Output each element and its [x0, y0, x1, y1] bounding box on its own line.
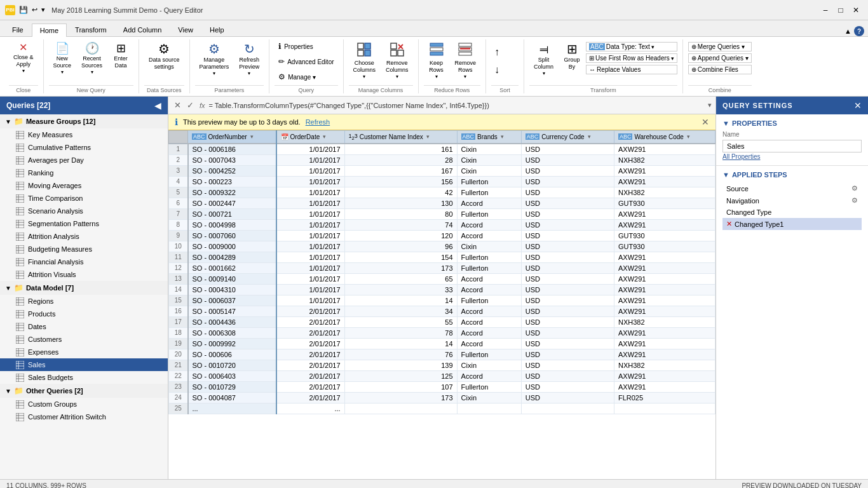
advanced-editor-button[interactable]: ✏ Advanced Editor — [275, 55, 337, 69]
sidebar-item-scenario-analysis[interactable]: Scenario Analysis — [0, 205, 168, 217]
manage-parameters-button[interactable]: ⚙ ManageParameters ▾ — [195, 39, 234, 79]
step-changed-type[interactable]: Changed Type — [722, 207, 862, 218]
sidebar-item-regions[interactable]: Regions — [0, 295, 168, 308]
properties-section-header[interactable]: ▼ PROPERTIES — [722, 119, 862, 127]
sort-desc-button[interactable]: ↓ — [491, 62, 503, 78]
col-header-customer-name-index[interactable]: 123 Customer Name Index ▾ — [344, 131, 457, 144]
tab-add-column[interactable]: Add Column — [115, 23, 170, 36]
dropdown-icon[interactable]: ▾ — [41, 6, 45, 14]
sort-group-label: Sort — [491, 85, 519, 93]
query-name-input[interactable] — [722, 140, 862, 152]
sidebar-item-attrition-visuals[interactable]: Attrition Visuals — [0, 268, 168, 281]
customer-name-index-filter-icon[interactable]: ▾ — [426, 133, 430, 140]
sidebar-item-sales[interactable]: Sales — [0, 358, 168, 371]
svg-rect-7 — [391, 50, 397, 56]
col-header-order-number[interactable]: ABC OrderNumber ▾ — [188, 131, 276, 144]
data-type-dropdown[interactable]: ABC Data Type: Text ▾ — [586, 42, 677, 51]
order-number-cell: SO - 000223 — [188, 176, 276, 187]
step-navigation-gear[interactable]: ⚙ — [851, 196, 858, 205]
sidebar-item-sales-budgets[interactable]: Sales Budgets — [0, 371, 168, 384]
first-row-headers-dropdown[interactable]: ⊞ Use First Row as Headers ▾ — [586, 53, 677, 63]
applied-steps-section-header[interactable]: ▼ APPLIED STEPS — [722, 171, 862, 179]
recent-sources-button[interactable]: 🕐 RecentSources ▾ — [77, 39, 107, 78]
formula-input[interactable] — [209, 102, 704, 109]
minimize-button[interactable]: – — [818, 3, 832, 17]
tab-view[interactable]: View — [170, 23, 201, 36]
combine-files-button[interactable]: ⊕ Combine Files — [688, 65, 752, 74]
data-table-container[interactable]: ABC OrderNumber ▾ 📅 OrderDate ▾ — [168, 130, 715, 479]
data-source-settings-button[interactable]: ⚙ Data sourcesettings — [144, 39, 184, 74]
col-header-order-date[interactable]: 📅 OrderDate ▾ — [276, 131, 345, 144]
tab-help[interactable]: Help — [201, 23, 233, 36]
enter-data-button[interactable]: ⊞ EnterData — [108, 39, 133, 72]
recent-sources-icon: 🕐 — [85, 43, 99, 54]
col-header-brands[interactable]: ABC Brands ▾ — [457, 131, 521, 144]
formula-confirm-button[interactable]: ✓ — [185, 100, 196, 111]
new-source-button[interactable]: 📄 NewSource ▾ — [49, 39, 76, 78]
close-button[interactable]: ✕ — [849, 3, 863, 17]
all-properties-link[interactable]: All Properties — [722, 153, 760, 160]
tab-home[interactable]: Home — [32, 24, 67, 37]
sidebar-item-expenses[interactable]: Expenses — [0, 346, 168, 358]
order-number-filter-icon[interactable]: ▾ — [250, 133, 254, 140]
sidebar-item-customers[interactable]: Customers — [0, 333, 168, 346]
step-navigation[interactable]: Navigation ⚙ — [722, 194, 862, 207]
refresh-link[interactable]: Refresh — [306, 118, 330, 126]
query-settings-close-button[interactable]: ✕ — [854, 100, 862, 111]
merge-queries-dropdown[interactable]: ⊕ Merge Queries ▾ — [688, 42, 752, 51]
customer-name-index-cell: 76 — [344, 349, 457, 360]
sidebar-item-time-comparison[interactable]: Time Comparison — [0, 192, 168, 205]
sidebar-item-dates[interactable]: Dates — [0, 320, 168, 333]
tab-transform[interactable]: Transform — [67, 23, 115, 36]
sidebar-item-cumulative-patterns[interactable]: Cumulative Patterns — [0, 141, 168, 154]
sidebar-item-attrition-analysis[interactable]: Attrition Analysis — [0, 230, 168, 243]
choose-columns-button[interactable]: ChooseColumns ▾ — [349, 39, 381, 83]
sidebar-item-segmentation-patterns[interactable]: Segmentation Patterns — [0, 217, 168, 230]
sidebar-group-data-model-header[interactable]: ▼ 📁 Data Model [7] — [0, 281, 168, 295]
sidebar-item-key-measures[interactable]: Key Measures — [0, 128, 168, 141]
replace-values-button[interactable]: ↔ Replace Values — [586, 65, 677, 74]
sidebar-item-budgeting-measures[interactable]: Budgeting Measures — [0, 243, 168, 255]
formula-dropdown-chevron[interactable]: ▾ — [708, 101, 712, 109]
sidebar-group-other-queries-header[interactable]: ▼ 📁 Other Queries [2] — [0, 384, 168, 398]
col-header-currency-code[interactable]: ABC Currency Code ▾ — [521, 131, 614, 144]
sidebar-item-moving-averages[interactable]: Moving Averages — [0, 179, 168, 192]
undo-icon[interactable]: ↩ — [32, 6, 37, 14]
query-settings-panel: QUERY SETTINGS ✕ ▼ PROPERTIES Name All P… — [715, 97, 868, 479]
tab-file[interactable]: File — [4, 23, 32, 36]
step-changed-type1[interactable]: ✕ Changed Type1 — [722, 218, 862, 230]
ribbon-collapse-icon[interactable]: ▲ — [844, 27, 851, 35]
sidebar-collapse-button[interactable]: ◀ — [154, 100, 161, 111]
help-icon[interactable]: ? — [854, 26, 864, 36]
sidebar-group-measure-groups-header[interactable]: ▼ 📁 Measure Groups [12] — [0, 114, 168, 128]
formula-cancel-button[interactable]: ✕ — [172, 100, 183, 111]
sidebar-item-custom-groups[interactable]: Custom Groups — [0, 398, 168, 410]
warehouse-code-filter-icon[interactable]: ▾ — [687, 133, 690, 140]
close-apply-button[interactable]: ✕ Close &Apply ▾ — [9, 39, 38, 77]
sidebar-item-customer-attrition-switch[interactable]: Customer Attrition Switch — [0, 410, 168, 423]
refresh-preview-button[interactable]: ↻ RefreshPreview ▾ — [234, 39, 264, 79]
remove-columns-button[interactable]: RemoveColumns ▾ — [381, 39, 413, 83]
sort-asc-button[interactable]: ↑ — [491, 44, 503, 60]
sidebar-item-ranking[interactable]: Ranking — [0, 166, 168, 179]
properties-button[interactable]: ℹ Properties — [275, 39, 337, 53]
sidebar-item-financial-analysis[interactable]: Financial Analysis — [0, 255, 168, 268]
append-queries-dropdown[interactable]: ⊕ Append Queries ▾ — [688, 53, 752, 63]
brands-filter-icon[interactable]: ▾ — [501, 133, 504, 140]
remove-rows-button[interactable]: RemoveRows ▾ — [451, 39, 481, 83]
notification-close-button[interactable]: ✕ — [702, 117, 709, 127]
step-source[interactable]: Source ⚙ — [722, 182, 862, 194]
manage-button[interactable]: ⚙ Manage ▾ — [275, 70, 337, 84]
split-column-button[interactable]: ⫤ SplitColumn ▾ — [529, 39, 558, 79]
order-date-filter-icon[interactable]: ▾ — [323, 133, 326, 140]
save-icon[interactable]: 💾 — [19, 6, 28, 14]
step-source-gear[interactable]: ⚙ — [851, 184, 858, 193]
col-header-warehouse-code[interactable]: ABC Warehouse Code ▾ — [614, 131, 715, 144]
properties-icon: ℹ — [278, 42, 281, 51]
maximize-button[interactable]: □ — [834, 3, 848, 17]
keep-rows-button[interactable]: KeepRows ▾ — [424, 39, 449, 83]
sidebar-item-products[interactable]: Products — [0, 308, 168, 320]
sidebar-item-averages-per-day[interactable]: Averages per Day — [0, 154, 168, 166]
currency-code-filter-icon[interactable]: ▾ — [588, 133, 591, 140]
group-by-button[interactable]: ⊞ GroupBy — [559, 39, 585, 74]
